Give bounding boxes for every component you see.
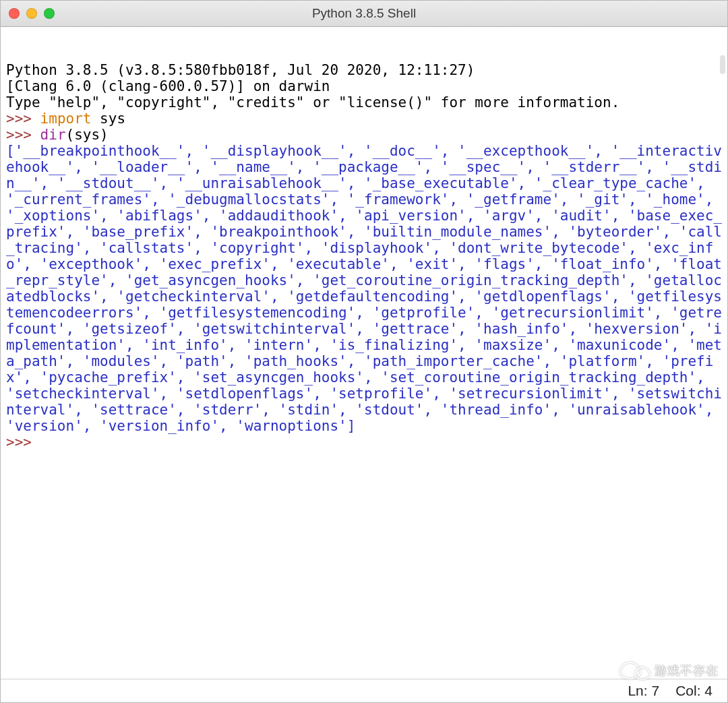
prompt: >>> [6,434,32,450]
banner-line: [Clang 6.0 (clang-600.0.57)] on darwin [6,78,330,94]
statusbar: Ln: 7 Col: 4 [1,679,727,702]
keyword-import: import [40,111,92,127]
status-line: Ln: 7 [628,683,659,699]
zoom-icon[interactable] [44,8,55,19]
titlebar: Python 3.8.5 Shell [1,1,727,27]
prompt: >>> [6,127,32,143]
window-controls [9,8,55,19]
prompt: >>> [6,111,32,127]
shell-area[interactable]: Python 3.8.5 (v3.8.5:580fbb018f, Jul 20 … [1,27,727,679]
banner-line: Type "help", "copyright", "credits" or "… [6,94,619,111]
status-col: Col: 4 [675,683,712,699]
python-shell-window: Python 3.8.5 Shell Python 3.8.5 (v3.8.5:… [0,0,728,703]
dir-arg: (sys) [66,127,109,143]
minimize-icon[interactable] [26,8,37,19]
import-arg: sys [91,111,125,127]
window-title: Python 3.8.5 Shell [1,6,727,21]
scrollbar[interactable] [720,55,725,74]
close-icon[interactable] [9,8,20,19]
dir-output: ['__breakpointhook__', '__displayhook__'… [6,143,722,434]
builtin-dir: dir [40,127,66,143]
banner-line: Python 3.8.5 (v3.8.5:580fbb018f, Jul 20 … [6,62,475,78]
